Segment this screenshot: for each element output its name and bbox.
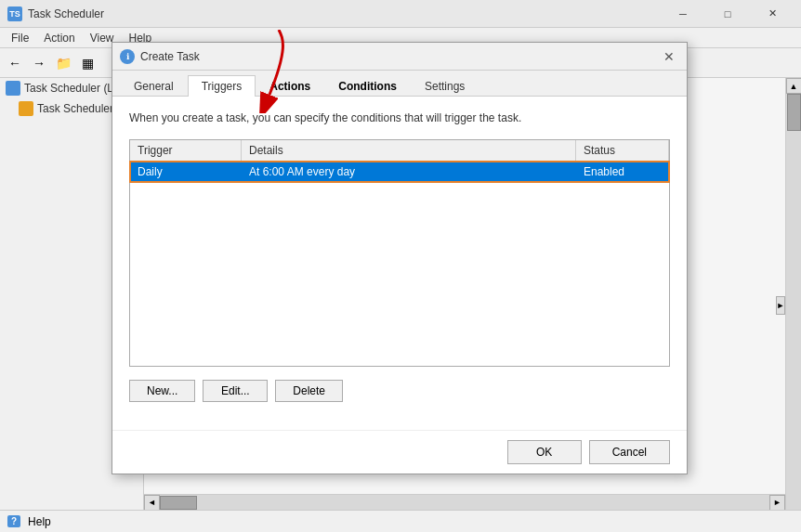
- trigger-cell-details: At 6:00 AM every day: [242, 162, 576, 182]
- scroll-up-button[interactable]: ▲: [786, 78, 802, 94]
- sidebar-task-icon: [19, 101, 33, 116]
- help-text: Help: [28, 515, 51, 528]
- forward-button[interactable]: →: [28, 52, 50, 74]
- dialog-description: When you create a task, you can specify …: [129, 110, 670, 126]
- sidebar-folder-icon: [6, 81, 20, 96]
- back-button[interactable]: ←: [4, 52, 26, 74]
- trigger-table-header: Trigger Details Status: [130, 140, 669, 162]
- dialog-title: Create Task: [140, 50, 659, 63]
- tab-actions[interactable]: Actions: [256, 75, 324, 97]
- window-controls: ─ □ ✕: [662, 0, 794, 28]
- grid-button[interactable]: ▦: [76, 52, 98, 74]
- dialog-tabs: General Triggers Actions Conditions Sett…: [112, 71, 687, 97]
- trigger-table: Trigger Details Status Daily At 6:00 AM …: [129, 139, 670, 367]
- menu-file[interactable]: File: [4, 30, 36, 46]
- cancel-button[interactable]: Cancel: [589, 440, 670, 464]
- minimize-button[interactable]: ─: [662, 0, 704, 28]
- scroll-right-button[interactable]: ►: [769, 495, 785, 511]
- menu-action[interactable]: Action: [36, 30, 82, 46]
- trigger-row[interactable]: Daily At 6:00 AM every day Enabled: [130, 162, 669, 182]
- dialog-content-area: When you create a task, you can specify …: [112, 97, 687, 430]
- scroll-h-track: [160, 495, 769, 511]
- tab-conditions[interactable]: Conditions: [324, 75, 411, 97]
- tab-settings[interactable]: Settings: [411, 75, 479, 97]
- scrollbar-horizontal[interactable]: ◄ ►: [144, 494, 785, 510]
- scroll-h-thumb[interactable]: [160, 496, 197, 510]
- folder-button[interactable]: 📁: [52, 52, 74, 74]
- trigger-cell-name: Daily: [130, 162, 242, 182]
- app-title: Task Scheduler: [28, 7, 662, 20]
- header-details: Details: [242, 140, 576, 161]
- maximize-button[interactable]: □: [706, 0, 749, 28]
- scrollbar-vertical[interactable]: ▲ ▼: [785, 78, 801, 532]
- help-icon: ?: [7, 515, 20, 527]
- dialog-title-bar: ℹ Create Task ✕: [112, 43, 687, 71]
- header-trigger: Trigger: [130, 140, 242, 161]
- trigger-action-buttons: New... Edit... Delete: [129, 380, 670, 402]
- app-icon: TS: [7, 6, 22, 21]
- header-status: Status: [576, 140, 669, 161]
- close-button[interactable]: ✕: [751, 0, 794, 28]
- delete-trigger-button[interactable]: Delete: [275, 380, 343, 402]
- status-bar: ? Help: [0, 510, 801, 532]
- edit-trigger-button[interactable]: Edit...: [203, 380, 268, 402]
- sidebar-item-label: Task Scheduler (L: [24, 82, 113, 95]
- expand-panel-button[interactable]: ►: [776, 296, 785, 315]
- dialog-icon: ℹ: [120, 49, 135, 64]
- title-bar: TS Task Scheduler ─ □ ✕: [0, 0, 801, 28]
- trigger-table-body: Daily At 6:00 AM every day Enabled: [130, 162, 669, 366]
- scroll-thumb[interactable]: [787, 94, 801, 131]
- sidebar-item-label2: Task Scheduler: [37, 102, 113, 115]
- create-task-dialog: ℹ Create Task ✕ General Triggers Actions…: [112, 42, 688, 474]
- tab-triggers[interactable]: Triggers: [188, 75, 256, 97]
- scroll-track: [786, 94, 802, 516]
- ok-button[interactable]: OK: [507, 440, 582, 464]
- dialog-close-button[interactable]: ✕: [659, 46, 679, 67]
- new-trigger-button[interactable]: New...: [129, 380, 195, 402]
- dialog-footer: OK Cancel: [112, 430, 687, 474]
- trigger-cell-status: Enabled: [576, 162, 669, 182]
- tab-general[interactable]: General: [120, 75, 188, 97]
- scroll-left-button[interactable]: ◄: [144, 495, 160, 511]
